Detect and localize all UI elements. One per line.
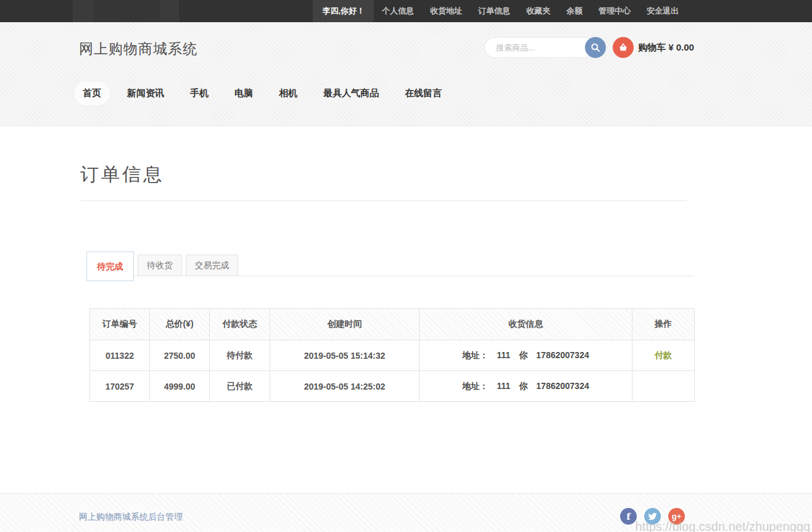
tab-pending[interactable]: 待完成 xyxy=(86,252,134,281)
site-title[interactable]: 网上购物商城系统 xyxy=(79,39,197,59)
table-row: 170257 4999.00 已付款 2019-05-05 14:25:02 地… xyxy=(90,371,695,402)
payment-status: 待付款 xyxy=(210,340,270,371)
search-input[interactable] xyxy=(484,37,594,58)
order-number[interactable]: 011322 xyxy=(90,340,150,371)
cart-basket-icon xyxy=(618,42,629,53)
nav-item-messages[interactable]: 在线留言 xyxy=(396,81,450,105)
topbar-item-shipping-address[interactable]: 收货地址 xyxy=(422,0,470,22)
nav-item-popular[interactable]: 最具人气商品 xyxy=(315,81,387,105)
main-nav: 首页 新闻资讯 手机 电脑 相机 最具人气商品 在线留言 xyxy=(74,81,459,105)
title-divider xyxy=(80,200,687,201)
receiver-phone: 17862007324 xyxy=(536,350,589,360)
admin-backend-link[interactable]: 网上购物商城系统后台管理 xyxy=(79,512,183,523)
topbar-item-orders[interactable]: 订单信息 xyxy=(470,0,518,22)
topbar-item-balance[interactable]: 余额 xyxy=(558,0,590,22)
receiver-phone: 17862007324 xyxy=(536,381,589,391)
shipping-info: 地址：111你17862007324 xyxy=(420,340,632,371)
main-content: 订单信息 待完成 待收货 交易完成 订单编号 总价(¥) 付款状态 创建时间 收… xyxy=(0,126,812,493)
order-total: 2750.00 xyxy=(150,340,210,371)
topbar: 李四,你好！ 个人信息 收货地址 订单信息 收藏夹 余额 管理中心 安全退出 xyxy=(0,0,812,22)
nav-item-phones[interactable]: 手机 xyxy=(181,81,217,105)
cart-total[interactable]: 购物车 ¥ 0.00 xyxy=(638,42,694,54)
cart-button[interactable] xyxy=(613,37,634,58)
topbar-item-profile[interactable]: 个人信息 xyxy=(374,0,422,22)
payment-status: 已付款 xyxy=(210,371,270,402)
page-title: 订单信息 xyxy=(80,162,164,187)
nav-item-home[interactable]: 首页 xyxy=(74,81,110,105)
created-time: 2019-05-05 14:25:02 xyxy=(270,371,420,402)
topbar-deco-block xyxy=(160,0,179,22)
user-greeting[interactable]: 李四,你好！ xyxy=(313,0,374,22)
search-button[interactable] xyxy=(585,37,606,58)
topbar-deco-block xyxy=(73,0,94,22)
col-order-no: 订单编号 xyxy=(90,309,150,340)
address-value: 111 xyxy=(497,381,510,391)
order-tabs: 待完成 待收货 交易完成 xyxy=(86,252,694,284)
topbar-item-admin-center[interactable]: 管理中心 xyxy=(590,0,639,22)
table-header-row: 订单编号 总价(¥) 付款状态 创建时间 收货信息 操作 xyxy=(90,309,695,340)
actions-cell: 付款 xyxy=(632,340,695,371)
search-icon xyxy=(590,42,601,53)
receiver-name: 你 xyxy=(519,350,528,360)
nav-item-news[interactable]: 新闻资讯 xyxy=(118,81,173,105)
pay-link[interactable]: 付款 xyxy=(655,350,672,360)
col-shipping-info: 收货信息 xyxy=(420,309,632,340)
tab-completed[interactable]: 交易完成 xyxy=(186,255,238,276)
topbar-item-favorites[interactable]: 收藏夹 xyxy=(518,0,558,22)
address-label: 地址： xyxy=(462,350,488,360)
order-number[interactable]: 170257 xyxy=(90,371,150,402)
address-label: 地址： xyxy=(462,381,488,391)
order-total: 4999.00 xyxy=(150,371,210,402)
orders-table: 订单编号 总价(¥) 付款状态 创建时间 收货信息 操作 011322 2750… xyxy=(89,308,695,402)
address-value: 111 xyxy=(497,350,510,360)
col-status: 付款状态 xyxy=(210,309,270,340)
page: 李四,你好！ 个人信息 收货地址 订单信息 收藏夹 余额 管理中心 安全退出 网… xyxy=(0,0,812,532)
actions-cell xyxy=(632,371,695,402)
nav-item-cameras[interactable]: 相机 xyxy=(270,81,306,105)
col-total: 总价(¥) xyxy=(150,309,210,340)
tab-awaiting-delivery[interactable]: 待收货 xyxy=(138,255,182,276)
header: 网上购物商城系统 购物车 ¥ 0.00 首页 新闻资讯 手机 电脑 相机 最具人… xyxy=(0,22,812,126)
facebook-icon[interactable]: f xyxy=(620,508,637,525)
shipping-info: 地址：111你17862007324 xyxy=(420,371,632,402)
col-created: 创建时间 xyxy=(270,309,420,340)
receiver-name: 你 xyxy=(519,381,528,391)
topbar-menu: 李四,你好！ 个人信息 收货地址 订单信息 收藏夹 余额 管理中心 安全退出 xyxy=(313,0,687,22)
watermark-url: https://blog.csdn.net/zhupengqq xyxy=(635,520,810,532)
facebook-glyph: f xyxy=(626,511,630,522)
topbar-item-logout[interactable]: 安全退出 xyxy=(639,0,687,22)
created-time: 2019-05-05 15:14:32 xyxy=(270,340,420,371)
table-row: 011322 2750.00 待付款 2019-05-05 15:14:32 地… xyxy=(90,340,695,371)
topbar-deco-block xyxy=(94,0,160,22)
nav-item-computers[interactable]: 电脑 xyxy=(226,81,262,105)
col-actions: 操作 xyxy=(632,309,695,340)
